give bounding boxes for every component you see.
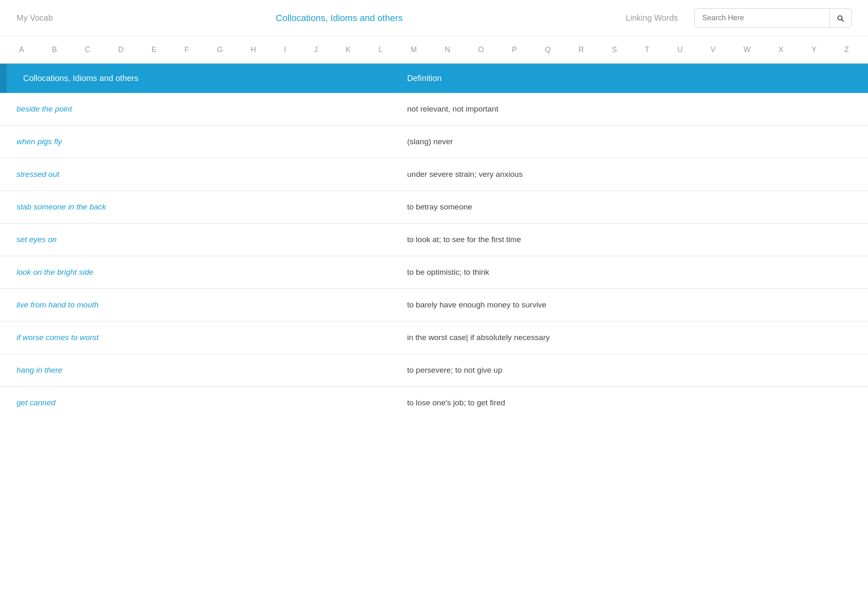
idiom-link[interactable]: hang in there	[17, 366, 62, 374]
alpha-letter-s[interactable]: S	[609, 44, 619, 56]
nav-collocations[interactable]: Collocations, Idioms and others	[69, 13, 609, 24]
definition-text: (slang) never	[391, 126, 868, 158]
definition-text: in the worst case| if absolutely necessa…	[391, 321, 868, 354]
table-row: hang in thereto persevere; to not give u…	[0, 354, 868, 387]
alpha-letter-o[interactable]: O	[476, 44, 486, 56]
col1-header: Collocations, Idioms and others	[0, 64, 391, 93]
definition-text: to be optimistic; to think	[391, 256, 868, 289]
search-icon	[836, 14, 844, 22]
alpha-letter-f[interactable]: F	[182, 44, 191, 56]
alpha-letter-j[interactable]: J	[312, 44, 320, 56]
alpha-letter-z[interactable]: Z	[842, 44, 851, 56]
alpha-letter-h[interactable]: H	[248, 44, 258, 56]
table-body: beside the pointnot relevant, not import…	[0, 93, 868, 419]
table-row: stab someone in the backto betray someon…	[0, 191, 868, 224]
main-table: Collocations, Idioms and others Definiti…	[0, 64, 868, 419]
alpha-letter-e[interactable]: E	[149, 44, 159, 56]
definition-text: to lose one's job; to get fired	[391, 387, 868, 419]
idiom-link[interactable]: look on the bright side	[17, 268, 93, 276]
header: My Vocab Collocations, Idioms and others…	[0, 0, 868, 36]
col2-header: Definition	[391, 64, 868, 93]
alpha-letter-y[interactable]: Y	[809, 44, 819, 56]
search-button[interactable]	[829, 9, 851, 27]
alpha-letter-q[interactable]: Q	[542, 44, 553, 56]
definition-text: under severe strain; very anxious	[391, 158, 868, 191]
idiom-link[interactable]: live from hand to mouth	[17, 300, 99, 309]
table-header: Collocations, Idioms and others Definiti…	[0, 64, 868, 93]
alpha-letter-w[interactable]: W	[741, 44, 753, 56]
idiom-link[interactable]: get canned	[17, 398, 55, 407]
alpha-letter-m[interactable]: M	[408, 44, 420, 56]
idiom-link[interactable]: if worse comes to worst	[17, 333, 99, 342]
alpha-letter-v[interactable]: V	[708, 44, 718, 56]
definition-text: to persevere; to not give up	[391, 354, 868, 387]
definition-text: to look at; to see for the first time	[391, 224, 868, 256]
alpha-letter-i[interactable]: I	[281, 44, 289, 56]
idiom-link[interactable]: beside the point	[17, 105, 72, 113]
definition-text: to betray someone	[391, 191, 868, 224]
alpha-letter-b[interactable]: B	[50, 44, 60, 56]
table-row: set eyes onto look at; to see for the fi…	[0, 224, 868, 256]
definition-text: to barely have enough money to survive	[391, 289, 868, 321]
alpha-letter-l[interactable]: L	[376, 44, 385, 56]
alpha-letter-d[interactable]: D	[116, 44, 126, 56]
definition-text: not relevant, not important	[391, 93, 868, 126]
alpha-letter-c[interactable]: C	[82, 44, 93, 56]
alpha-letter-u[interactable]: U	[675, 44, 685, 56]
nav-my-vocab[interactable]: My Vocab	[17, 13, 53, 23]
alphabet-bar: ABCDEFGHIJKLMNOPQRSTUVWXYZ	[0, 36, 868, 64]
table-row: look on the bright sideto be optimistic;…	[0, 256, 868, 289]
idiom-link[interactable]: stressed out	[17, 170, 60, 178]
table-row: stressed outunder severe strain; very an…	[0, 158, 868, 191]
alpha-letter-g[interactable]: G	[215, 44, 225, 56]
search-input[interactable]	[695, 9, 829, 27]
table-row: when pigs fly(slang) never	[0, 126, 868, 158]
alpha-letter-a[interactable]: A	[17, 44, 26, 56]
alpha-letter-x[interactable]: X	[776, 44, 786, 56]
table-row: get cannedto lose one's job; to get fire…	[0, 387, 868, 419]
search-container	[694, 8, 851, 28]
alpha-letter-t[interactable]: T	[642, 44, 652, 56]
table-row: if worse comes to worstin the worst case…	[0, 321, 868, 354]
nav-linking-words[interactable]: Linking Words	[626, 13, 678, 23]
idiom-link[interactable]: set eyes on	[17, 235, 57, 244]
alpha-letter-r[interactable]: R	[576, 44, 587, 56]
alpha-letter-p[interactable]: P	[510, 44, 520, 56]
table-row: live from hand to mouthto barely have en…	[0, 289, 868, 321]
idiom-link[interactable]: stab someone in the back	[17, 202, 106, 211]
alpha-letter-n[interactable]: N	[442, 44, 453, 56]
idiom-link[interactable]: when pigs fly	[17, 137, 62, 146]
alpha-letter-k[interactable]: K	[343, 44, 353, 56]
table-row: beside the pointnot relevant, not import…	[0, 93, 868, 126]
